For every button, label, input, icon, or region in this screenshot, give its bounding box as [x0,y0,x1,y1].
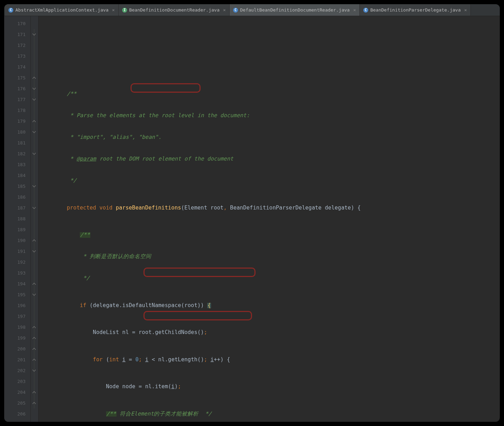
class-icon: C [363,8,368,13]
fold-cell [31,148,38,159]
line-number: 201 [4,354,30,365]
fold-end-icon [32,76,36,80]
line-number: 177 [4,94,30,105]
line-number: 204 [4,387,30,398]
fold-cell [31,62,38,72]
fold-cell [31,29,38,40]
tab-0[interactable]: C AbstractXmlApplicationContext.java × [5,4,119,16]
code-line: /** 符合Element的子类才能被解析 */ [38,409,500,419]
fold-end-icon [32,119,36,123]
close-icon[interactable]: × [112,8,115,12]
close-icon[interactable]: × [464,8,467,12]
fold-toggle-icon[interactable] [32,98,36,101]
line-number: 196 [4,300,30,311]
code-line: if (delegate.isDefaultNamespace(root)) { [38,300,500,311]
fold-toggle-icon[interactable] [32,249,36,253]
fold-end-icon [32,358,36,362]
tab-bar: C AbstractXmlApplicationContext.java × I… [4,4,500,16]
highlight-parseCustomElement [144,311,252,320]
class-icon: C [8,8,13,13]
fold-end-icon [32,282,36,286]
fold-cell [31,257,38,268]
fold-cell [31,213,38,224]
line-number: 198 [4,322,30,333]
line-number: 175 [4,72,30,83]
line-number: 203 [4,376,30,387]
line-number: 188 [4,213,30,224]
fold-cell [31,268,38,278]
line-number: 182 [4,148,30,159]
fold-cell [31,105,38,116]
line-number: 171 [4,29,30,40]
line-number: 194 [4,278,30,289]
fold-cell [31,127,38,137]
fold-end-icon [32,336,36,340]
fold-end-icon [32,401,36,405]
fold-cell [31,72,38,83]
fold-cell [31,398,38,409]
code-line [38,62,500,72]
fold-toggle-icon[interactable] [32,33,36,36]
code-line: * Parse the elements at the root level i… [38,111,500,121]
fold-toggle-icon[interactable] [32,152,36,156]
fold-cell [31,376,38,387]
line-number: 176 [4,83,30,94]
fold-cell [31,159,38,170]
fold-end-icon [32,239,36,242]
interface-icon: I [122,8,127,13]
code-line: NodeList nl = root.getChildNodes(); [38,327,500,338]
tab-2[interactable]: C DefaultBeanDefinitionDocumentReader.ja… [230,4,360,16]
fold-cell [31,137,38,148]
code-line: */ [38,176,500,186]
line-number: 181 [4,137,30,148]
code-line: for (int i = 0; i < nl.getLength(); i++)… [38,354,500,365]
line-number: 185 [4,181,30,192]
line-number: 192 [4,257,30,268]
fold-cell [31,181,38,192]
fold-toggle-icon[interactable] [32,130,36,134]
code-line: * 判断是否默认的命名空间 [38,251,500,262]
tab-label: BeanDefinitionDocumentReader.java [129,8,219,12]
code-line: */ [38,273,500,284]
fold-cell [31,18,38,29]
fold-cell [31,246,38,257]
fold-column [31,16,38,422]
close-icon[interactable]: × [223,8,226,12]
fold-end-icon [32,390,36,394]
line-number: 199 [4,333,30,343]
tab-1[interactable]: I BeanDefinitionDocumentReader.java × [119,4,230,16]
line-number: 193 [4,268,30,278]
fold-cell [31,224,38,235]
fold-cell [31,289,38,300]
gutter: 1701711721731741751761771781791801811821… [4,16,31,422]
fold-toggle-icon[interactable] [32,184,36,188]
fold-toggle-icon[interactable] [32,293,36,297]
tab-label: DefaultBeanDefinitionDocumentReader.java [240,8,350,12]
code-line: /** [38,89,500,100]
code-line: * "import", "alias", "bean". [38,132,500,143]
tab-3[interactable]: C BeanDefinitionParserDelegate.java × [360,4,471,16]
line-number: 186 [4,192,30,203]
tab-label: BeanDefinitionParserDelegate.java [370,8,461,12]
line-number: 200 [4,343,30,354]
code-line: Node node = nl.item(i); [38,382,500,392]
fold-toggle-icon[interactable] [32,369,36,372]
fold-end-icon [32,325,36,329]
code-line: * @param root the DOM root element of th… [38,154,500,165]
close-icon[interactable]: × [353,8,356,12]
fold-cell [31,83,38,94]
line-number: 178 [4,105,30,116]
fold-cell [31,116,38,127]
line-number: 205 [4,398,30,409]
fold-toggle-icon[interactable] [32,87,36,91]
code-area[interactable]: /** * Parse the elements at the root lev… [38,16,500,422]
fold-cell [31,409,38,419]
fold-cell [31,322,38,333]
tab-label: AbstractXmlApplicationContext.java [15,8,108,12]
fold-cell [31,333,38,343]
line-number: 174 [4,62,30,72]
line-number: 172 [4,40,30,51]
fold-toggle-icon[interactable] [32,206,36,210]
fold-cell [31,40,38,51]
fold-cell [31,387,38,398]
